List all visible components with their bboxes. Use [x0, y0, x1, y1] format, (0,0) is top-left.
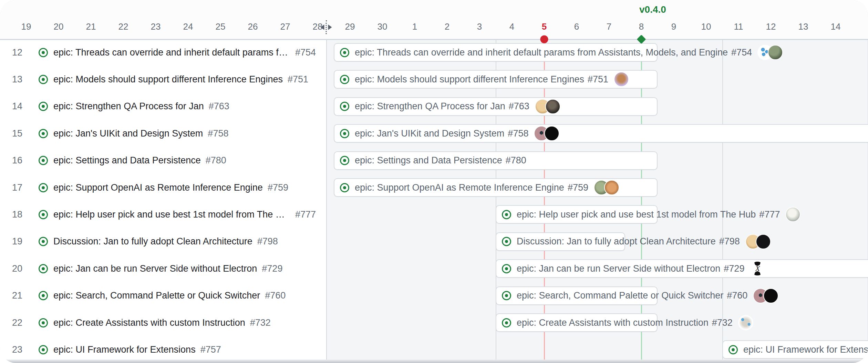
bar-issue-number: #758 — [508, 128, 528, 139]
row-number: 23 — [6, 344, 28, 355]
roadmap-bar[interactable]: epic: Help user pick and use best 1st mo… — [496, 205, 658, 224]
issue-number[interactable]: #763 — [209, 101, 229, 112]
roadmap-bar[interactable]: epic: Jan can be run Server Side without… — [496, 259, 868, 278]
avatar-cat-blue-pixel[interactable] — [738, 315, 753, 330]
avatar-dark-photo[interactable] — [545, 99, 560, 114]
date-label: 26 — [248, 21, 258, 32]
table-row[interactable]: 14epic: Strengthen QA Process for Jan#76… — [0, 93, 326, 121]
date-label: 14 — [831, 21, 841, 32]
issue-title[interactable]: Discussion: Jan to fully adopt Clean Arc… — [53, 236, 252, 247]
assignee-avatars — [594, 180, 619, 195]
issue-number[interactable]: #798 — [257, 236, 278, 247]
issue-title[interactable]: epic: Search, Command Palette or Quick S… — [53, 290, 260, 301]
bar-issue-title: epic: Models should support different In… — [355, 74, 584, 85]
table-row[interactable]: 23epic: UI Framework for Extensions#757 — [0, 336, 326, 363]
timeline-pane[interactable]: epic: Threads can override and inherit d… — [326, 39, 868, 363]
issue-number[interactable]: #760 — [265, 290, 286, 301]
assignee-avatars — [745, 234, 771, 249]
date-label: 29 — [345, 21, 355, 32]
roadmap-bar[interactable]: epic: Jan's UIKit and Design System#758 — [334, 124, 868, 143]
date-label: 4 — [509, 21, 514, 32]
issue-title[interactable]: epic: Strengthen QA Process for Jan — [53, 101, 204, 112]
table-row[interactable]: 21epic: Search, Command Palette or Quick… — [0, 282, 326, 310]
date-label: 5 — [542, 21, 547, 32]
table-row[interactable]: 22epic: Create Assistants with custom In… — [0, 309, 326, 337]
issue-table-pane[interactable]: 12epic: Threads can override and inherit… — [0, 39, 327, 363]
open-issue-icon — [39, 129, 48, 138]
open-issue-icon — [39, 291, 48, 300]
row-number: 19 — [6, 236, 28, 247]
row-number: 17 — [6, 182, 28, 193]
open-issue-icon — [39, 210, 48, 219]
date-label: 23 — [151, 21, 161, 32]
issue-number[interactable]: #758 — [208, 128, 228, 139]
roadmap-bar[interactable]: epic: Settings and Data Persistence#780 — [334, 151, 658, 170]
issue-title[interactable]: epic: Settings and Data Persistence — [53, 155, 201, 166]
date-label: 1 — [412, 21, 417, 32]
avatar-black[interactable] — [544, 126, 559, 141]
issue-title[interactable]: epic: UI Framework for Extensions — [53, 344, 196, 355]
issue-number[interactable]: #732 — [250, 317, 271, 328]
avatar-x-script-logo[interactable]: X — [750, 261, 765, 276]
issue-number[interactable]: #780 — [206, 155, 226, 166]
issue-number[interactable]: #754 — [295, 47, 316, 58]
open-issue-icon — [340, 183, 349, 192]
avatar-white-cat[interactable] — [785, 207, 800, 222]
issue-title[interactable]: epic: Jan's UIKit and Design System — [53, 128, 203, 139]
issue-title[interactable]: epic: Create Assistants with custom Inst… — [53, 317, 245, 328]
column-resize-handle-icon[interactable] — [321, 20, 332, 34]
open-issue-dot — [505, 294, 508, 297]
roadmap-bar[interactable]: epic: Support OpenAI as Remote Inference… — [334, 178, 658, 197]
open-issue-dot — [42, 132, 45, 135]
roadmap-bar[interactable]: epic: Models should support different In… — [334, 70, 658, 89]
roadmap-bar[interactable]: epic: Search, Command Palette or Quick S… — [496, 286, 658, 305]
avatar-person-outdoors[interactable] — [768, 45, 783, 60]
open-issue-icon — [502, 318, 511, 327]
roadmap-bar[interactable]: Discussion: Jan to fully adopt Clean Arc… — [496, 232, 625, 251]
issue-number[interactable]: #751 — [288, 74, 308, 85]
avatar-black[interactable] — [763, 288, 778, 303]
table-row[interactable]: 19Discussion: Jan to fully adopt Clean A… — [0, 228, 326, 256]
row-number: 16 — [6, 155, 28, 166]
table-row[interactable]: 17epic: Support OpenAI as Remote Inferen… — [0, 174, 326, 202]
open-issue-icon — [502, 210, 511, 219]
issue-number[interactable]: #757 — [200, 344, 221, 355]
resize-arrow-left-icon — [321, 24, 324, 30]
issue-title[interactable]: epic: Jan can be run Server Side without… — [53, 263, 257, 274]
open-issue-dot — [343, 78, 346, 81]
roadmap-bar[interactable]: epic: Threads can override and inherit d… — [334, 43, 658, 62]
avatar-person-orange[interactable] — [604, 180, 619, 195]
issue-number[interactable]: #777 — [295, 209, 316, 220]
open-issue-dot — [343, 105, 346, 108]
issue-number[interactable]: #729 — [262, 263, 282, 274]
roadmap-bar[interactable]: epic: UI Framework for Extensions#757 — [722, 340, 868, 359]
row-number: 12 — [6, 47, 28, 58]
date-label: 12 — [766, 21, 776, 32]
open-issue-dot — [343, 186, 346, 189]
table-row[interactable]: 16epic: Settings and Data Persistence#78… — [0, 147, 326, 175]
date-label: 27 — [280, 21, 290, 32]
table-row[interactable]: 15epic: Jan's UIKit and Design System#75… — [0, 120, 326, 148]
open-issue-icon — [39, 237, 48, 246]
open-issue-icon — [39, 48, 48, 57]
avatar-black-photo[interactable] — [756, 234, 771, 249]
resize-dotted-line-icon — [326, 20, 327, 34]
table-row[interactable]: 20epic: Jan can be run Server Side witho… — [0, 255, 326, 283]
table-row[interactable]: 13epic: Models should support different … — [0, 66, 326, 93]
roadmap-bar[interactable]: epic: Create Assistants with custom Inst… — [496, 313, 658, 332]
roadmap-bar[interactable]: epic: Strengthen QA Process for Jan#763 — [334, 97, 658, 116]
avatar-person-purple[interactable] — [614, 72, 629, 87]
table-row[interactable]: 12epic: Threads can override and inherit… — [0, 39, 326, 67]
issue-title[interactable]: epic: Models should support different In… — [53, 74, 283, 85]
assignee-avatars — [535, 99, 560, 114]
date-label: 2 — [445, 21, 450, 32]
date-label: 21 — [86, 21, 96, 32]
date-label: 11 — [734, 21, 743, 32]
issue-title[interactable]: epic: Threads can override and inherit d… — [53, 47, 290, 58]
table-row[interactable]: 18epic: Help user pick and use best 1st … — [0, 201, 326, 229]
issue-title[interactable]: epic: Help user pick and use best 1st mo… — [53, 209, 290, 220]
open-issue-icon — [39, 345, 48, 354]
issue-title[interactable]: epic: Support OpenAI as Remote Inference… — [53, 182, 263, 193]
issue-number[interactable]: #759 — [268, 182, 288, 193]
bar-issue-title: epic: Jan can be run Server Side without… — [517, 263, 720, 274]
